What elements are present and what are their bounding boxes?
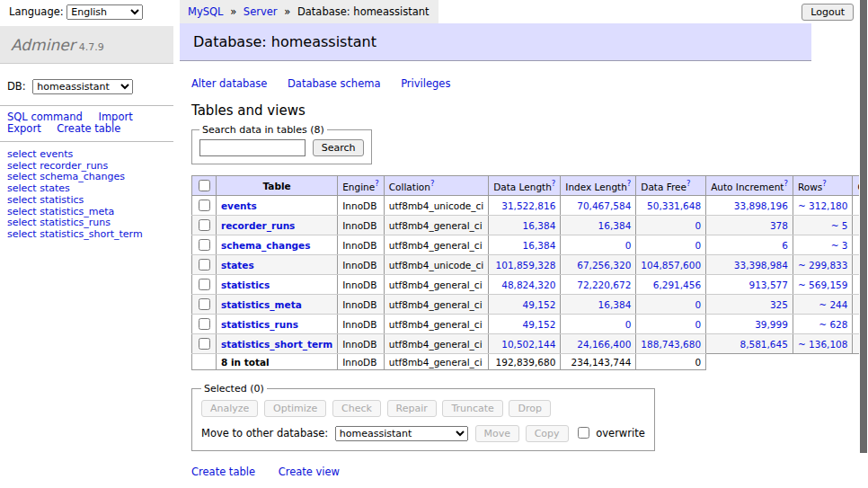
select-link[interactable]: select [7,182,37,194]
help-link[interactable]: ? [375,179,379,188]
select-link[interactable]: select [7,206,37,217]
select-all-checkbox[interactable] [199,180,210,191]
auto-increment-link[interactable]: 39,999 [755,319,788,330]
create-table-link[interactable]: Create table [191,466,255,478]
create-view-link[interactable]: Create view [279,466,340,478]
table-link[interactable]: events [40,148,73,160]
auto-increment-link[interactable]: 378 [770,220,788,231]
data-length-link[interactable]: 31,522,816 [501,200,555,211]
table-link[interactable]: statistics_runs [40,217,111,228]
select-link[interactable]: select [7,160,37,172]
table-name-link[interactable]: recorder_runs [221,220,295,231]
rows-count-link[interactable]: ~ 244 [819,299,847,310]
help-link[interactable]: ? [552,179,556,188]
drop-button[interactable]: Drop [509,400,550,417]
create-table-link-sidebar[interactable]: Create table [57,122,120,135]
index-length-link[interactable]: 16,384 [598,220,632,231]
help-link[interactable]: ? [822,179,827,188]
data-length-link[interactable]: 16,384 [523,220,556,231]
db-select[interactable]: homeassistant [32,79,133,94]
rows-count-link[interactable]: ~ 628 [819,319,847,330]
data-length-link[interactable]: 49,152 [523,299,556,310]
index-length-link[interactable]: 24,166,400 [577,339,631,350]
row-checkbox[interactable] [199,259,210,271]
breadcrumb-mysql-link[interactable]: MySQL [188,5,224,18]
data-length-link[interactable]: 16,384 [523,240,556,251]
privileges-link[interactable]: Privileges [401,77,450,90]
data-free-link[interactable]: 104,857,600 [641,260,701,271]
index-length-link[interactable]: 70,467,584 [577,200,631,211]
search-button[interactable]: Search [313,139,365,156]
vertical-scrollbar[interactable] [859,0,868,488]
data-free-link[interactable]: 0 [695,319,701,330]
data-length-link[interactable]: 49,152 [523,319,556,330]
import-link[interactable]: Import [98,111,132,123]
table-link[interactable]: states [40,182,70,194]
auto-increment-link[interactable]: 913,577 [749,279,788,290]
export-link[interactable]: Export [7,122,41,135]
alter-database-link[interactable]: Alter database [191,77,267,90]
row-checkbox[interactable] [199,298,210,310]
truncate-button[interactable]: Truncate [442,400,502,417]
overwrite-label[interactable]: overwrite [596,427,645,439]
index-length-link[interactable]: 67,256,320 [577,260,631,271]
auto-increment-link[interactable]: 33,898,196 [734,200,788,211]
table-name-link[interactable]: statistics_meta [221,299,302,310]
select-link[interactable]: select [7,194,37,206]
table-name-link[interactable]: statistics [221,279,270,290]
row-checkbox[interactable] [199,219,210,231]
rows-count-link[interactable]: ~ 299,833 [798,260,848,271]
table-link[interactable]: recorder_runs [40,160,108,172]
move-button[interactable]: Move [475,425,520,442]
language-select[interactable]: English [66,4,143,20]
repair-button[interactable]: Repair [387,400,437,417]
table-link[interactable]: schema_changes [40,171,125,182]
row-checkbox[interactable] [199,338,210,350]
table-name-link[interactable]: states [221,260,254,271]
scrollbar-thumb[interactable] [860,0,867,453]
auto-increment-link[interactable]: 325 [770,299,788,310]
data-free-link[interactable]: 188,743,680 [641,339,701,350]
rows-count-link[interactable]: ~ 569,159 [798,279,848,290]
help-link[interactable]: ? [784,179,788,188]
data-free-link[interactable]: 50,331,648 [647,200,701,211]
index-length-link[interactable]: 0 [625,319,632,330]
rows-count-link[interactable]: ~ 312,180 [798,200,848,211]
select-link[interactable]: select [7,171,37,182]
database-schema-link[interactable]: Database schema [288,77,380,90]
rows-count-link[interactable]: ~ 136,108 [798,339,848,350]
row-checkbox[interactable] [199,279,210,290]
data-length-link[interactable]: 10,502,144 [501,339,555,350]
copy-button[interactable]: Copy [526,425,569,442]
rows-count-link[interactable]: ~ 3 [831,240,848,251]
row-checkbox[interactable] [199,239,210,251]
row-checkbox[interactable] [199,318,210,330]
index-length-link[interactable]: 0 [625,240,632,251]
table-name-link[interactable]: statistics_short_term [221,339,332,350]
select-link[interactable]: select [7,217,37,228]
check-button[interactable]: Check [332,400,381,417]
index-length-link[interactable]: 72,220,672 [577,279,631,290]
sql-command-link[interactable]: SQL command [7,111,83,123]
row-checkbox[interactable] [199,200,210,211]
auto-increment-link[interactable]: 6 [782,240,788,251]
help-link[interactable]: ? [430,179,435,188]
rows-count-link[interactable]: ~ 5 [831,220,848,231]
select-link[interactable]: select [7,228,37,240]
data-length-link[interactable]: 101,859,328 [496,260,556,271]
help-link[interactable]: ? [627,179,632,188]
move-database-select[interactable]: homeassistant [335,426,468,441]
data-length-link[interactable]: 48,824,320 [501,279,555,290]
select-link[interactable]: select [7,148,37,160]
data-free-link[interactable]: 0 [695,240,701,251]
table-name-link[interactable]: schema_changes [221,240,311,251]
help-link[interactable]: ? [686,179,691,188]
table-link[interactable]: statistics_short_term [40,228,142,240]
analyze-button[interactable]: Analyze [201,400,258,417]
logout-button[interactable]: Logout [802,4,854,21]
table-link[interactable]: statistics [40,194,84,206]
data-free-link[interactable]: 0 [695,299,701,310]
table-name-link[interactable]: statistics_runs [221,319,298,330]
overwrite-checkbox[interactable] [578,427,589,439]
index-length-link[interactable]: 16,384 [598,299,632,310]
